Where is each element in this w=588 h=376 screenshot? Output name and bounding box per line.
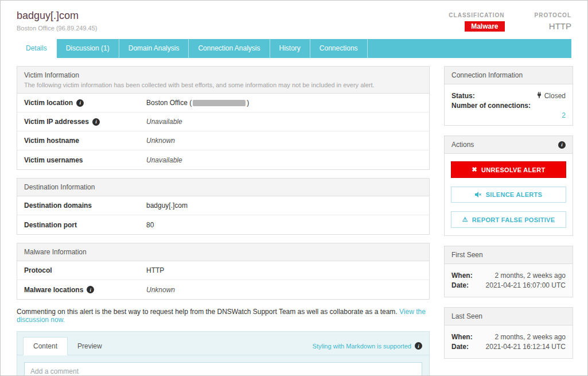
malware-badge: Malware <box>465 21 504 32</box>
destination-port-label: Destination port <box>24 221 146 229</box>
malware-locations-value: Unknown <box>146 286 175 294</box>
destination-info-panel: Destination Information Destination doma… <box>17 178 430 235</box>
protocol-row-value: HTTP <box>146 266 164 274</box>
tab-comment-preview[interactable]: Preview <box>68 338 112 355</box>
status-value: Closed <box>544 92 566 100</box>
victim-location-label: Victim location <box>24 99 73 107</box>
page-title: badguy[.]com <box>17 10 97 22</box>
warning-icon: ⚠ <box>462 216 468 223</box>
alert-identity: badguy[.]com Boston Office (96.89.249.45… <box>17 10 97 32</box>
first-seen-when-row: When: 2 months, 2 weeks ago <box>451 272 566 280</box>
malware-locations-label: Malware locations <box>24 286 83 294</box>
victim-usernames-value: Unavailable <box>146 156 182 164</box>
connections-count-link[interactable]: 2 <box>451 111 566 119</box>
victim-location-suffix: ) <box>247 99 249 107</box>
victim-location-value: Boston Office ( <box>146 99 192 107</box>
header-meta: CLASSIFICATION Malware PROTOCOL HTTP <box>449 10 571 32</box>
last-seen-when-value: 2 months, 2 weeks ago <box>495 333 566 341</box>
close-icon: ✖ <box>472 166 478 173</box>
victim-usernames-row: Victim usernames Unavailable <box>17 150 429 169</box>
destination-domains-label: Destination domains <box>24 201 146 210</box>
actions-panel: Actions i ✖ UNRESOLVE ALERT SILENCE ALER… <box>444 135 573 236</box>
destination-info-title: Destination Information <box>17 179 429 196</box>
sidebar-column: Connection Information Status: Closed Nu… <box>444 66 573 376</box>
protocol-row-label: Protocol <box>24 266 146 274</box>
victim-ip-row: Victim IP addresses i Unavailable <box>17 113 429 131</box>
first-seen-panel: First Seen When: 2 months, 2 weeks ago D… <box>444 246 573 297</box>
connection-info-title: Connection Information <box>445 67 573 84</box>
victim-ip-label: Victim IP addresses <box>24 118 89 126</box>
victim-hostname-label: Victim hostname <box>24 137 79 145</box>
malware-info-panel: Malware Information Protocol HTTP Malwar… <box>17 243 430 300</box>
victim-info-title: Victim Information <box>24 71 422 79</box>
victim-info-description: The following victim information has bee… <box>24 82 422 88</box>
destination-domains-row: Destination domains badguy[.]com <box>17 196 429 215</box>
info-icon[interactable]: i <box>76 99 84 107</box>
protocol-block: PROTOCOL HTTP <box>535 12 571 32</box>
redacted-ip <box>193 100 246 106</box>
comment-widget: Content Preview Styling with Markdown is… <box>17 331 430 376</box>
info-icon[interactable]: i <box>415 342 422 350</box>
first-seen-title: First Seen <box>445 246 573 264</box>
unresolve-alert-button[interactable]: ✖ UNRESOLVE ALERT <box>451 161 566 178</box>
malware-locations-row: Malware locations i Unknown <box>17 280 429 299</box>
first-seen-when-value: 2 months, 2 weeks ago <box>495 272 566 280</box>
last-seen-when-row: When: 2 months, 2 weeks ago <box>451 333 566 341</box>
page-header: badguy[.]com Boston Office (96.89.249.45… <box>1 1 587 32</box>
victim-location-row: Victim location i Boston Office ( ) <box>17 94 429 113</box>
victim-hostname-value: Unknown <box>146 137 175 145</box>
tab-connection-analysis[interactable]: Connection Analysis <box>189 39 270 58</box>
victim-ip-value: Unavailable <box>146 118 182 126</box>
connections-row: Number of connections: <box>451 102 566 110</box>
connection-info-panel: Connection Information Status: Closed Nu… <box>444 66 573 126</box>
tab-connections[interactable]: Connections <box>310 39 368 58</box>
destination-port-value: 80 <box>146 221 154 229</box>
protocol-value: HTTP <box>535 21 571 31</box>
last-seen-date-row: Date: 2021-04-21 16:12:14 UTC <box>451 343 566 351</box>
info-icon[interactable]: i <box>92 118 100 126</box>
victim-info-panel: Victim Information The following victim … <box>17 66 430 170</box>
tab-discussion[interactable]: Discussion (1) <box>57 39 119 58</box>
protocol-row: Protocol HTTP <box>17 261 429 280</box>
victim-hostname-row: Victim hostname Unknown <box>17 131 429 150</box>
info-icon[interactable]: i <box>87 286 94 293</box>
silence-alerts-button[interactable]: SILENCE ALERTS <box>451 187 566 203</box>
classification-block: CLASSIFICATION Malware <box>449 12 504 32</box>
tab-details[interactable]: Details <box>17 39 57 58</box>
status-label: Status: <box>451 92 475 100</box>
main-column: Victim Information The following victim … <box>17 66 430 376</box>
victim-usernames-label: Victim usernames <box>24 156 83 164</box>
actions-title: Actions <box>451 141 474 149</box>
info-icon[interactable]: i <box>558 141 566 149</box>
last-seen-panel: Last Seen When: 2 months, 2 weeks ago Da… <box>444 307 573 359</box>
tab-history[interactable]: History <box>270 39 310 58</box>
comment-input[interactable] <box>24 362 422 376</box>
mute-icon <box>475 192 482 197</box>
markdown-note: Styling with Markdown is supported i <box>313 342 422 355</box>
comment-tabs: Content Preview Styling with Markdown is… <box>17 332 429 355</box>
victim-info-header: Victim Information The following victim … <box>17 67 429 94</box>
comment-intro-text: Commenting on this alert is the best way… <box>17 308 398 316</box>
status-row: Status: Closed <box>451 92 566 100</box>
last-seen-title: Last Seen <box>445 308 573 325</box>
tab-comment-content[interactable]: Content <box>23 337 68 355</box>
first-seen-date-value: 2021-04-21 16:07:00 UTC <box>486 281 566 289</box>
report-false-positive-button[interactable]: ⚠ REPORT FALSE POSITIVE <box>451 211 566 228</box>
markdown-note-text: Styling with Markdown is supported <box>313 343 411 350</box>
malware-info-title: Malware Information <box>17 243 429 261</box>
last-seen-date-value: 2021-04-21 16:12:14 UTC <box>486 343 566 351</box>
destination-domains-value: badguy[.]com <box>146 201 188 210</box>
connections-label: Number of connections: <box>451 102 531 110</box>
first-seen-date-row: Date: 2021-04-21 16:07:00 UTC <box>451 281 566 289</box>
destination-port-row: Destination port 80 <box>17 215 429 234</box>
connection-closed-icon <box>536 92 542 100</box>
tab-domain-analysis[interactable]: Domain Analysis <box>119 39 189 58</box>
alert-subtitle: Boston Office (96.89.249.45) <box>17 25 97 32</box>
comment-intro: Commenting on this alert is the best way… <box>17 308 430 324</box>
protocol-label: PROTOCOL <box>535 12 571 18</box>
classification-label: CLASSIFICATION <box>449 12 504 18</box>
tab-bar: Details Discussion (1) Domain Analysis C… <box>17 39 571 58</box>
